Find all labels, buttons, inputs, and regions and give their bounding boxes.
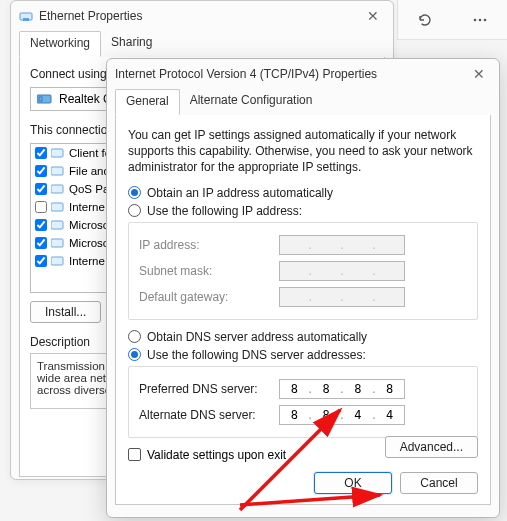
subnet-mask-input: ... <box>279 261 405 281</box>
svg-point-0 <box>473 18 476 21</box>
protocol-icon <box>51 147 65 159</box>
adapter-name: Realtek G <box>59 92 112 106</box>
default-gateway-label: Default gateway: <box>139 290 279 304</box>
dns-fields-group: Preferred DNS server: 8. 8. 8. 8 Alterna… <box>128 366 478 438</box>
browser-toolbar-fragment <box>397 0 507 40</box>
item-checkbox[interactable] <box>35 147 47 159</box>
protocol-icon <box>51 165 65 177</box>
item-label: Interne <box>69 255 105 267</box>
svg-rect-9 <box>51 185 63 193</box>
item-checkbox[interactable] <box>35 255 47 267</box>
preferred-dns-label: Preferred DNS server: <box>139 382 279 396</box>
item-label: QoS Pa <box>69 183 109 195</box>
close-icon[interactable]: ✕ <box>467 66 491 82</box>
preferred-dns-input[interactable]: 8. 8. 8. 8 <box>279 379 405 399</box>
protocol-icon <box>51 255 65 267</box>
svg-rect-13 <box>51 257 63 265</box>
svg-rect-11 <box>51 221 63 229</box>
item-label: File and <box>69 165 110 177</box>
item-label: Microso <box>69 219 109 231</box>
install-button[interactable]: Install... <box>30 301 101 323</box>
tabstrip: General Alternate Configuration <box>107 89 499 115</box>
ok-button[interactable]: OK <box>314 472 392 494</box>
window-title: Ethernet Properties <box>39 9 142 23</box>
item-label: Microso <box>69 237 109 249</box>
tab-alternate-configuration[interactable]: Alternate Configuration <box>180 89 323 115</box>
default-gateway-input: ... <box>279 287 405 307</box>
item-label: Interne <box>69 201 105 213</box>
tabstrip: Networking Sharing <box>11 31 393 57</box>
radio-icon <box>128 204 141 217</box>
item-checkbox[interactable] <box>35 219 47 231</box>
radio-use-following-ip[interactable]: Use the following IP address: <box>128 204 478 218</box>
radio-label: Use the following IP address: <box>147 204 302 218</box>
close-icon[interactable]: ✕ <box>361 8 385 24</box>
refresh-icon[interactable] <box>417 12 433 28</box>
protocol-icon <box>51 219 65 231</box>
radio-icon <box>128 186 141 199</box>
ipv4-properties-window: Internet Protocol Version 4 (TCP/IPv4) P… <box>106 58 500 518</box>
radio-use-following-dns[interactable]: Use the following DNS server addresses: <box>128 348 478 362</box>
item-checkbox[interactable] <box>35 165 47 177</box>
radio-icon <box>128 348 141 361</box>
titlebar: Internet Protocol Version 4 (TCP/IPv4) P… <box>107 59 499 89</box>
item-checkbox[interactable] <box>35 237 47 249</box>
svg-point-1 <box>478 18 481 21</box>
nic-icon <box>37 93 53 105</box>
titlebar: Ethernet Properties ✕ <box>11 1 393 31</box>
window-title: Internet Protocol Version 4 (TCP/IPv4) P… <box>115 67 377 81</box>
svg-rect-6 <box>39 97 42 101</box>
ip-address-input: ... <box>279 235 405 255</box>
radio-obtain-ip-auto[interactable]: Obtain an IP address automatically <box>128 186 478 200</box>
svg-rect-10 <box>51 203 63 211</box>
advanced-button[interactable]: Advanced... <box>385 436 478 458</box>
checkbox-label: Validate settings upon exit <box>147 448 286 462</box>
cancel-button[interactable]: Cancel <box>400 472 478 494</box>
radio-label: Obtain DNS server address automatically <box>147 330 367 344</box>
svg-rect-4 <box>23 18 29 21</box>
alternate-dns-input[interactable]: 8. 8. 4. 4 <box>279 405 405 425</box>
tab-networking[interactable]: Networking <box>19 31 101 57</box>
protocol-icon <box>51 237 65 249</box>
item-checkbox[interactable] <box>35 183 47 195</box>
alternate-dns-label: Alternate DNS server: <box>139 408 279 422</box>
menu-icon[interactable] <box>472 12 488 28</box>
protocol-icon <box>51 201 65 213</box>
intro-text: You can get IP settings assigned automat… <box>128 127 478 176</box>
svg-rect-8 <box>51 167 63 175</box>
radio-label: Use the following DNS server addresses: <box>147 348 366 362</box>
ip-fields-group: IP address: ... Subnet mask: ... Default… <box>128 222 478 320</box>
item-checkbox[interactable] <box>35 201 47 213</box>
ethernet-icon <box>19 9 33 23</box>
radio-icon <box>128 330 141 343</box>
tab-general[interactable]: General <box>115 89 180 115</box>
svg-rect-12 <box>51 239 63 247</box>
general-panel: You can get IP settings assigned automat… <box>115 115 491 505</box>
subnet-mask-label: Subnet mask: <box>139 264 279 278</box>
ip-address-label: IP address: <box>139 238 279 252</box>
tab-sharing[interactable]: Sharing <box>101 31 162 57</box>
protocol-icon <box>51 183 65 195</box>
svg-point-2 <box>483 18 486 21</box>
svg-rect-7 <box>51 149 63 157</box>
item-label: Client fo <box>69 147 111 159</box>
radio-obtain-dns-auto[interactable]: Obtain DNS server address automatically <box>128 330 478 344</box>
radio-label: Obtain an IP address automatically <box>147 186 333 200</box>
checkbox-icon <box>128 448 141 461</box>
